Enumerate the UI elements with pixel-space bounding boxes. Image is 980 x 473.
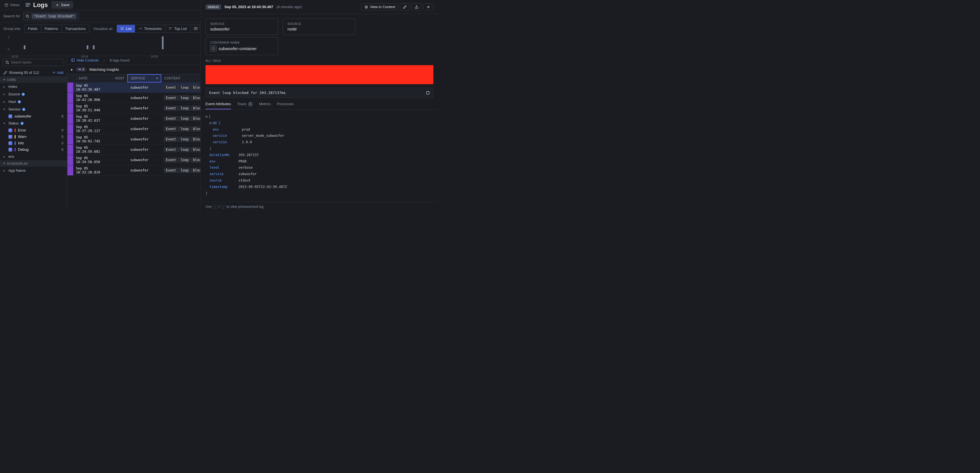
chevron-down-icon[interactable]: ▾	[156, 76, 158, 80]
group-patterns[interactable]: Patterns	[41, 25, 62, 32]
col-host[interactable]: HOST	[112, 75, 128, 82]
visualize-label: Visualize as	[93, 27, 113, 31]
x-tick: 18:33	[11, 55, 18, 58]
facet-value-count: 0	[62, 141, 64, 145]
close-button[interactable]	[423, 3, 433, 10]
facet-value-label: Info	[18, 141, 24, 145]
facet-service[interactable]: ▾Service	[0, 105, 67, 113]
logs-icon	[25, 2, 31, 8]
severity-bar	[67, 134, 73, 144]
facet-value-row[interactable]: Info0	[0, 140, 67, 146]
tags-redacted-block	[205, 65, 433, 84]
severity-bar	[67, 82, 73, 92]
views-icon	[5, 3, 8, 7]
add-facet-button[interactable]: Add	[52, 70, 64, 75]
cell-date: Sep 05 18:32:28.810	[73, 165, 112, 175]
facet-header: Showing 55 of 112 Add	[0, 69, 67, 76]
content-chip: loop	[178, 96, 191, 100]
facet-status[interactable]: ▾Status	[0, 119, 67, 127]
chart-bar[interactable]	[87, 45, 88, 49]
source-card[interactable]: SOURCE node	[283, 19, 355, 35]
content-chip: Event	[164, 106, 178, 111]
cell-date: Sep 05 18:43:30.487	[73, 82, 112, 92]
svg-point-27	[6, 61, 8, 63]
detail-footer: Use ↑ / ↓ to view previous/next log	[200, 202, 438, 212]
collapse-icon[interactable]: ⊟	[209, 121, 212, 125]
x-tick: 18:35	[151, 55, 158, 58]
verified-icon	[22, 108, 25, 111]
group-fields[interactable]: Fields	[25, 25, 41, 32]
search-token[interactable]: "Event loop blocked"	[32, 14, 76, 19]
group-transactions[interactable]: Transactions	[62, 25, 89, 32]
search-label: Search for	[3, 14, 20, 18]
svg-rect-4	[26, 6, 29, 7]
tab-trace[interactable]: Trace1	[237, 102, 253, 109]
facet-value-count: 0	[62, 128, 64, 132]
plus-icon	[56, 3, 59, 7]
checkbox[interactable]	[8, 128, 12, 132]
viz-toplist[interactable]: Top List	[165, 25, 191, 32]
severity-bar	[67, 92, 73, 103]
chevron-right-icon: ▸	[3, 100, 5, 104]
chart-bar[interactable]	[162, 37, 164, 49]
cell-date: Sep 05 18:37:29.117	[73, 124, 112, 134]
pencil-icon	[403, 5, 407, 9]
cell-host	[112, 165, 128, 175]
checkbox[interactable]	[8, 141, 12, 145]
facet-search[interactable]	[3, 59, 64, 66]
cell-host	[112, 82, 128, 92]
hide-controls-button[interactable]: Hide Controls	[71, 58, 99, 62]
content-chip: loop	[178, 85, 191, 90]
section-screenplay[interactable]: ▾ SCREENPLAY	[0, 160, 67, 167]
facet-value-row[interactable]: Error0	[0, 127, 67, 134]
facet-index[interactable]: ▸Index	[0, 83, 67, 90]
checkbox[interactable]	[8, 115, 12, 118]
collapse-icon[interactable]: ⊟	[205, 115, 207, 119]
content-chip: Event	[164, 168, 178, 173]
facet-value-row[interactable]: subwoofer8	[0, 113, 67, 119]
viz-timeseries[interactable]: Timeseries	[135, 25, 165, 32]
facet-source[interactable]: ▸Source	[0, 90, 67, 98]
expand-icon[interactable]	[426, 91, 430, 95]
col-service[interactable]: SERVICE▾	[127, 75, 161, 82]
severity-bar	[67, 113, 73, 124]
chevron-right-icon: ▸	[3, 84, 5, 89]
detail-cards: SERVICE subwoofer SOURCE node	[200, 14, 438, 37]
section-core[interactable]: ▾ CORE	[0, 76, 67, 83]
search-icon	[5, 61, 9, 64]
binoculars-icon	[78, 68, 81, 71]
facet-value-label: Warn	[18, 135, 27, 139]
facet-value-row[interactable]: Debug8	[0, 146, 67, 153]
severity-bar	[67, 144, 73, 154]
facet-host[interactable]: ▸Host	[0, 98, 67, 105]
json-view: ⊟{ ⊟dd { envprod serviceserver_mode_subw…	[200, 110, 438, 200]
cell-host	[112, 124, 128, 134]
search-input[interactable]: "Event loop blocked"	[23, 12, 79, 21]
container-card[interactable]: CONTAINER NAME subwoofer-container	[205, 37, 278, 55]
service-card[interactable]: SERVICE subwoofer	[205, 19, 278, 35]
tab-metrics[interactable]: Metrics	[259, 102, 270, 109]
severity-bar	[67, 165, 73, 175]
sort-down-icon: ↓	[76, 76, 78, 80]
checkbox[interactable]	[8, 135, 12, 139]
facet-search-input[interactable]	[11, 61, 62, 64]
save-button[interactable]: Save	[52, 2, 73, 8]
checkbox[interactable]	[8, 148, 12, 151]
chart-bar[interactable]	[24, 45, 25, 49]
col-date[interactable]: ↓DATE	[73, 75, 112, 82]
share-button[interactable]	[412, 3, 422, 10]
cell-date: Sep 05 18:38:42.637	[73, 113, 112, 124]
pencil-icon[interactable]	[3, 71, 7, 75]
edit-button[interactable]	[400, 3, 410, 10]
svg-rect-43	[212, 47, 215, 50]
views-button[interactable]: Views	[2, 2, 22, 8]
tab-processes[interactable]: Processes	[277, 102, 294, 109]
chart-bar[interactable]	[93, 45, 94, 49]
facet-value-row[interactable]: Warn0	[0, 134, 67, 140]
tab-event-attributes[interactable]: Event Attributes	[205, 102, 231, 109]
logs-found: 8 logs found	[110, 58, 129, 62]
view-in-context-button[interactable]: View in Context	[361, 3, 398, 10]
facet-env[interactable]: ▸env	[0, 153, 67, 160]
viz-list[interactable]: List	[117, 25, 135, 32]
facet-appname[interactable]: ▸App Name	[0, 167, 67, 174]
